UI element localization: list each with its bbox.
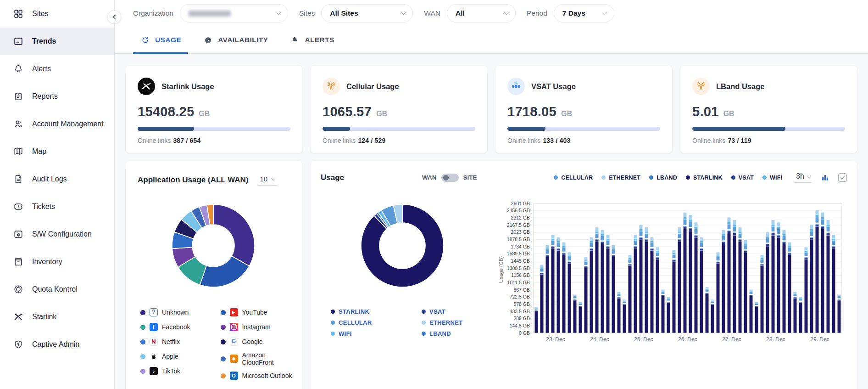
series-legend-lband[interactable]: LBAND <box>649 175 677 181</box>
sidebar-collapse-button[interactable] <box>107 10 121 24</box>
svg-text:2023 GB: 2023 GB <box>511 229 530 235</box>
legend-label: LBAND <box>429 330 451 337</box>
tab-alerts[interactable]: ALERTS <box>289 27 334 53</box>
bell-outline-icon <box>13 63 24 74</box>
organization-select[interactable] <box>180 4 288 23</box>
sidebar-item-map[interactable]: Map <box>0 138 114 165</box>
unknown-favicon: ? <box>150 308 158 316</box>
chevron-down-icon <box>807 174 812 178</box>
svg-text:144.5 GB: 144.5 GB <box>510 323 530 328</box>
netflix-favicon: N <box>150 338 158 346</box>
sidebar-item-tickets[interactable]: Tickets <box>0 193 114 220</box>
filter-bar: Organization Sites All Sites WAN All Per… <box>115 0 868 27</box>
sidebar-item-captive-admin[interactable]: Captive Admin <box>0 331 114 358</box>
tiktok-favicon: ♪ <box>150 367 158 375</box>
series-legend-ethernet[interactable]: ETHERNET <box>601 175 640 181</box>
sidebar-item-account-management[interactable]: Account Management <box>0 110 114 138</box>
online-links-label: Online links <box>692 137 725 144</box>
sidebar-item-sites[interactable]: Sites <box>0 0 114 28</box>
sidebar-item-label: Captive Admin <box>32 340 79 349</box>
usage-bar-chart[interactable]: 2601 GB2456.5 GB2312 GB2167.5 GB2023 GB1… <box>498 201 846 353</box>
usage-legend-cellular[interactable]: CELLULAR <box>331 319 422 326</box>
svg-text:722.5 GB: 722.5 GB <box>510 294 530 299</box>
svg-text:1011.5 GB: 1011.5 GB <box>507 280 530 285</box>
legend-label: STARLINK <box>339 308 369 315</box>
usage-legend-lband[interactable]: LBAND <box>422 330 487 337</box>
usage-card: Usage WAN SITE CELLULAR ETHERNET LBAND S… <box>311 161 857 389</box>
usage-progress-bar <box>323 127 475 131</box>
stat-card-vsat: VSAT Usage 1718.05 GB Online links133 / … <box>495 66 672 153</box>
tab-bar: USAGE AVAILABILITY ALERTS <box>115 27 868 54</box>
usage-legend-starlink[interactable]: STARLINK <box>331 308 422 315</box>
legend-item-netflix: NNetflix <box>140 337 216 347</box>
sites-select[interactable]: All Sites <box>321 4 413 23</box>
wan-select[interactable]: All <box>447 4 516 23</box>
stat-card-title: Cellular Usage <box>346 82 399 91</box>
sites-value: All Sites <box>330 9 358 17</box>
stat-card-unit: GB <box>561 110 572 118</box>
svg-text:Usage (GB): Usage (GB) <box>498 256 504 283</box>
sidebar-item-label: S/W Configuration <box>32 230 92 238</box>
tab-label: AVAILABILITY <box>218 36 268 44</box>
application-usage-card: Application Usage (ALL WAN) 10 ?Unknown … <box>126 161 302 389</box>
top-n-select[interactable]: 10 <box>257 174 277 186</box>
starlink-x-icon <box>13 311 24 322</box>
legend-label: Amazon CloudFront <box>242 351 296 366</box>
series-legend-wifi[interactable]: WIFI <box>762 175 782 181</box>
period-select[interactable]: 7 Days <box>554 4 614 23</box>
usage-bar-chart-wrap: 2601 GB2456.5 GB2312 GB2167.5 GB2023 GB1… <box>498 201 846 355</box>
cloudfront-favicon: ◆ <box>230 355 238 363</box>
sidebar-item-label: Starlink <box>32 313 56 321</box>
application-usage-title: Application Usage (ALL WAN) <box>138 175 248 185</box>
sidebar-item-reports[interactable]: Reports <box>0 83 114 110</box>
export-checkbox-icon[interactable] <box>838 173 847 182</box>
sidebar-item-label: Account Management <box>32 120 104 128</box>
sidebar-item-alerts[interactable]: Alerts <box>0 55 114 83</box>
sidebar-item-sw-configuration[interactable]: S/W Configuration <box>0 220 114 248</box>
usage-legend-wifi[interactable]: WIFI <box>331 330 422 337</box>
bar-chart-type-icon[interactable] <box>821 173 829 182</box>
ticket-icon <box>13 201 24 212</box>
usage-donut[interactable] <box>356 200 448 292</box>
content-area: Starlink Usage 15408.25 GB Online links3… <box>115 54 868 389</box>
online-links-label: Online links <box>507 137 540 144</box>
application-usage-donut[interactable] <box>167 200 259 292</box>
usage-progress-bar <box>507 127 660 131</box>
stat-card-value: 15408.25 <box>138 104 194 119</box>
svg-text:578 GB: 578 GB <box>513 301 530 307</box>
svg-text:2456.5 GB: 2456.5 GB <box>507 208 530 213</box>
shield-icon <box>13 339 24 350</box>
usage-donut-legend: STARLINK VSAT CELLULAR ETHERNET WIFI LBA… <box>331 308 487 337</box>
map-icon <box>13 146 24 157</box>
usage-legend-vsat[interactable]: VSAT <box>422 308 487 315</box>
series-legend-cellular[interactable]: CELLULAR <box>554 175 593 181</box>
sidebar-item-audit-logs[interactable]: Audit Logs <box>0 165 114 193</box>
sidebar-item-label: Trends <box>32 37 56 45</box>
legend-label: Facebook <box>162 323 190 331</box>
series-legend-starlink[interactable]: STARLINK <box>686 175 723 181</box>
legend-label: Microsoft Outlook <box>242 372 292 379</box>
legend-item-unknown: ?Unknown <box>140 307 216 317</box>
sidebar-item-starlink[interactable]: Starlink <box>0 303 114 331</box>
series-label: VSAT <box>739 175 754 181</box>
interval-select[interactable]: 3h <box>795 172 812 183</box>
sidebar-item-label: Sites <box>32 10 49 18</box>
tab-availability[interactable]: AVAILABILITY <box>202 27 268 53</box>
online-links-value: 133 / 403 <box>543 137 570 144</box>
series-legend-vsat[interactable]: VSAT <box>731 175 754 181</box>
tab-usage[interactable]: USAGE <box>139 27 181 53</box>
trends-window-icon <box>13 36 24 47</box>
lband-antenna-icon <box>692 78 710 95</box>
usage-legend-ethernet[interactable]: ETHERNET <box>422 319 487 326</box>
toggle-knob <box>443 175 449 180</box>
interval-value: 3h <box>796 172 804 180</box>
stat-card-value: 5.01 <box>692 104 719 119</box>
sidebar-item-quota-kontrol[interactable]: Quota Kontrol <box>0 276 114 303</box>
period-label: Period <box>527 9 547 17</box>
sidebar-item-label: Reports <box>32 92 58 101</box>
sidebar-item-inventory[interactable]: Inventory <box>0 248 114 276</box>
sidebar-item-trends[interactable]: Trends <box>0 28 114 55</box>
wan-site-toggle[interactable] <box>441 174 459 182</box>
legend-label: CELLULAR <box>339 319 372 326</box>
organization-value-redacted <box>189 11 231 17</box>
